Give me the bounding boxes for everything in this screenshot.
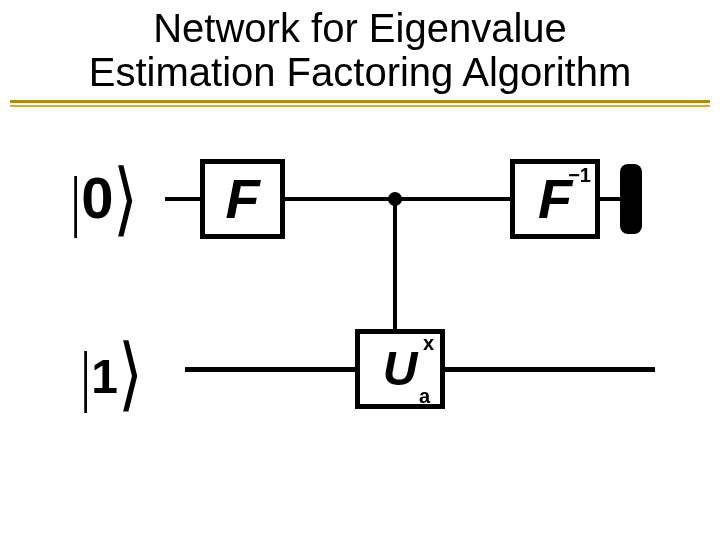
measurement <box>620 164 642 234</box>
gate-fourier-inverse: F −1 <box>510 159 600 239</box>
circuit-canvas: |0⟩ |1⟩ F U x a F −1 <box>0 109 720 529</box>
ket-one-value: 1 <box>91 350 118 403</box>
ket-one-pipe: | <box>80 338 91 415</box>
slide-title: Network for Eigenvalue Estimation Factor… <box>0 0 720 98</box>
gate-fourier-inverse-exp: −1 <box>568 164 591 187</box>
title-line-2: Estimation Factoring Algorithm <box>89 50 631 94</box>
ket-zero-pipe: | <box>70 163 81 240</box>
ket-zero-value: 0 <box>81 165 113 230</box>
gate-fourier-label: F <box>225 171 259 227</box>
ket-zero: |0⟩ <box>70 159 138 234</box>
gate-unitary-subscript: a <box>419 385 430 408</box>
ket-one-angle: ⟩ <box>118 327 143 421</box>
gate-fourier: F <box>200 159 285 239</box>
title-rule <box>10 100 710 107</box>
control-line <box>393 199 397 339</box>
gate-unitary-label: U <box>383 345 418 393</box>
gate-fourier-inverse-label: F <box>538 171 572 227</box>
wire-top-left <box>165 197 205 201</box>
gate-unitary-superscript: x <box>423 332 434 355</box>
gate-unitary: U x a <box>355 329 445 409</box>
ket-one: |1⟩ <box>80 334 143 409</box>
ket-zero-angle: ⟩ <box>113 152 138 246</box>
title-line-1: Network for Eigenvalue <box>153 6 567 50</box>
